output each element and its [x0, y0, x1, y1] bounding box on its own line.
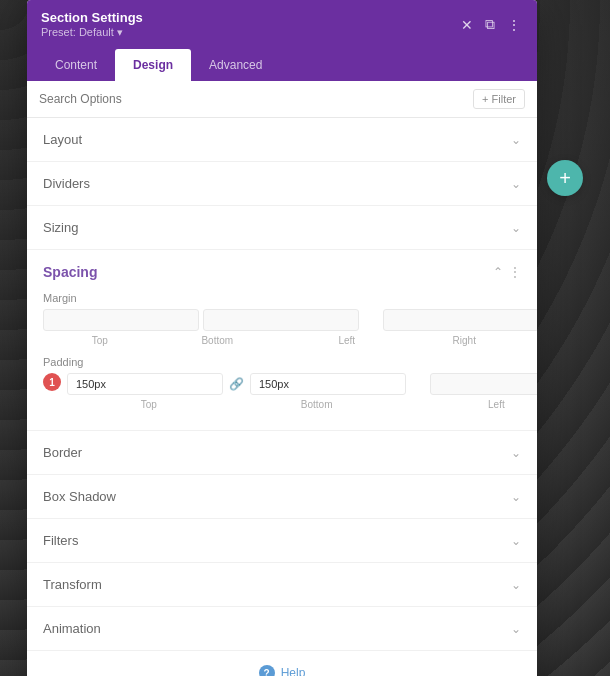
box-shadow-label: Box Shadow	[43, 489, 116, 504]
layout-section[interactable]: Layout ⌄	[27, 118, 537, 162]
padding-left-input[interactable]	[430, 373, 537, 395]
section-settings-modal: Section Settings Preset: Default ▾ ✕ ⧉ ⋮…	[27, 0, 537, 676]
filters-chevron-icon: ⌄	[511, 534, 521, 548]
spacing-title: Spacing	[43, 264, 97, 280]
tab-design[interactable]: Design	[115, 49, 191, 81]
padding-labels-row: Top Bottom Left Right	[67, 399, 537, 410]
spacing-header: Spacing ⌃ ⋮	[43, 264, 521, 280]
spacing-section: Spacing ⌃ ⋮ Margin	[27, 250, 537, 431]
padding-top-input[interactable]	[67, 373, 223, 395]
border-chevron-icon: ⌄	[511, 446, 521, 460]
header-title-group: Section Settings Preset: Default ▾	[41, 10, 143, 39]
tab-content[interactable]: Content	[37, 49, 115, 81]
transform-section[interactable]: Transform ⌄	[27, 563, 537, 607]
close-icon[interactable]: ✕	[459, 15, 475, 35]
copy-icon[interactable]: ⧉	[483, 14, 497, 35]
tab-advanced[interactable]: Advanced	[191, 49, 280, 81]
more-icon[interactable]: ⋮	[505, 15, 523, 35]
search-input[interactable]	[39, 92, 473, 106]
margin-tb-labels: Top Bottom	[43, 335, 274, 346]
tabs-bar: Content Design Advanced	[27, 49, 537, 81]
margin-top-input[interactable]	[43, 309, 199, 331]
padding-label: Padding	[43, 356, 521, 368]
margin-left-right	[383, 309, 537, 331]
add-button[interactable]: +	[547, 160, 583, 196]
margin-left-label: Left	[290, 335, 404, 346]
animation-label: Animation	[43, 621, 101, 636]
animation-chevron-icon: ⌄	[511, 622, 521, 636]
padding-group: Padding 1 🔗	[43, 356, 521, 414]
animation-section[interactable]: Animation ⌄	[27, 607, 537, 651]
spacing-collapse-icon[interactable]: ⌃	[493, 265, 503, 279]
border-section[interactable]: Border ⌄	[27, 431, 537, 475]
margin-left-input[interactable]	[383, 309, 537, 331]
modal-subtitle: Preset: Default ▾	[41, 26, 143, 39]
dividers-section[interactable]: Dividers ⌄	[27, 162, 537, 206]
sizing-chevron-icon: ⌄	[511, 221, 521, 235]
content-area: + Filter Layout ⌄ Dividers ⌄ Sizing ⌄ Sp…	[27, 81, 537, 676]
border-label: Border	[43, 445, 82, 460]
sizing-label: Sizing	[43, 220, 78, 235]
padding-link-icon[interactable]: 🔗	[227, 377, 246, 391]
padding-tb-row: 🔗	[67, 373, 537, 395]
margin-bottom-label: Bottom	[161, 335, 275, 346]
padding-left-label: Left	[415, 399, 538, 410]
margin-bottom-input[interactable]	[203, 309, 359, 331]
padding-top-bottom: 🔗	[67, 373, 406, 395]
dividers-label: Dividers	[43, 176, 90, 191]
margin-top-label: Top	[43, 335, 157, 346]
padding-bottom-input[interactable]	[250, 373, 406, 395]
padding-lr-labels: Left Right	[415, 399, 538, 410]
help-icon: ?	[259, 665, 275, 676]
filters-section[interactable]: Filters ⌄	[27, 519, 537, 563]
header-actions: ✕ ⧉ ⋮	[459, 14, 523, 35]
modal-header: Section Settings Preset: Default ▾ ✕ ⧉ ⋮	[27, 0, 537, 49]
margin-label: Margin	[43, 292, 521, 304]
layout-label: Layout	[43, 132, 82, 147]
modal-title: Section Settings	[41, 10, 143, 25]
padding-error-badge: 1	[43, 373, 61, 391]
box-shadow-chevron-icon: ⌄	[511, 490, 521, 504]
margin-group: Margin	[43, 292, 521, 346]
padding-fields: 🔗 Top	[67, 373, 537, 414]
margin-labels-row: Top Bottom Left Right	[43, 335, 521, 346]
sizing-section[interactable]: Sizing ⌄	[27, 206, 537, 250]
filter-button[interactable]: + Filter	[473, 89, 525, 109]
padding-top-label: Top	[67, 399, 231, 410]
layout-chevron-icon: ⌄	[511, 133, 521, 147]
help-row[interactable]: ? Help	[27, 651, 537, 676]
margin-tb-row	[43, 309, 521, 331]
box-shadow-section[interactable]: Box Shadow ⌄	[27, 475, 537, 519]
margin-lr-labels: Left Right	[290, 335, 521, 346]
padding-row-wrapper: 1 🔗	[43, 373, 521, 414]
transform-chevron-icon: ⌄	[511, 578, 521, 592]
padding-tb-labels: Top Bottom	[67, 399, 399, 410]
margin-top-bottom	[43, 309, 359, 331]
filters-label: Filters	[43, 533, 78, 548]
spacing-more-icon[interactable]: ⋮	[509, 265, 521, 279]
padding-left-right	[430, 373, 537, 395]
padding-bottom-label: Bottom	[235, 399, 399, 410]
dividers-chevron-icon: ⌄	[511, 177, 521, 191]
spacing-header-icons: ⌃ ⋮	[493, 265, 521, 279]
transform-label: Transform	[43, 577, 102, 592]
margin-right-label: Right	[408, 335, 522, 346]
help-label: Help	[281, 666, 306, 676]
search-bar: + Filter	[27, 81, 537, 118]
